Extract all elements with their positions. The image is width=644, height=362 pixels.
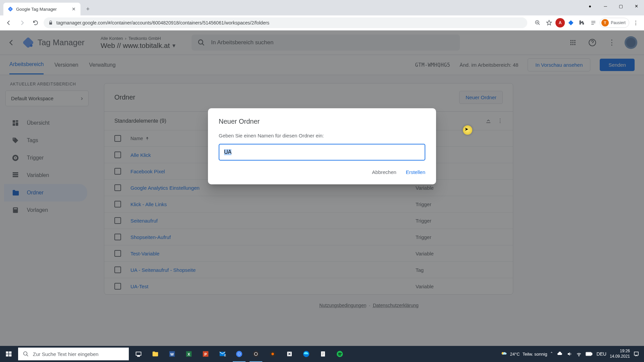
folder-name-input[interactable] — [219, 144, 425, 161]
explorer-icon[interactable] — [147, 346, 164, 362]
mail-icon[interactable]: 21 — [214, 346, 231, 362]
svg-text:W: W — [170, 352, 174, 356]
svg-point-48 — [253, 351, 259, 357]
start-button[interactable] — [0, 346, 17, 362]
create-button[interactable]: Erstellen — [406, 169, 425, 175]
svg-rect-61 — [634, 352, 638, 355]
extension-tag-icon[interactable] — [566, 18, 576, 27]
svg-text:21: 21 — [224, 354, 226, 357]
spotify-icon[interactable] — [331, 346, 348, 362]
task-view-icon[interactable] — [130, 346, 147, 362]
address-bar: tagmanager.google.com/#/container/accoun… — [0, 15, 644, 31]
svg-rect-31 — [9, 352, 12, 354]
network-icon[interactable] — [576, 351, 582, 357]
notifications-icon[interactable] — [633, 351, 639, 357]
browser-tab-strip: Google Tag Manager ✕ + ● ─ ▢ ✕ — [0, 0, 644, 15]
svg-point-34 — [23, 352, 27, 355]
extension-abp-icon[interactable]: A — [555, 18, 565, 27]
svg-rect-32 — [6, 354, 9, 357]
back-button[interactable] — [3, 17, 14, 28]
powerpoint-icon[interactable]: P — [197, 346, 214, 362]
svg-rect-59 — [592, 353, 592, 355]
profile-avatar-icon: T — [601, 19, 609, 26]
close-tab-icon[interactable]: ✕ — [71, 6, 76, 12]
extensions-icon[interactable] — [577, 18, 587, 28]
close-window-button[interactable]: ✕ — [629, 0, 644, 12]
bookmark-icon[interactable] — [544, 18, 554, 28]
app-icon-2[interactable] — [281, 346, 298, 362]
cursor-icon: ➤ — [465, 126, 469, 132]
clock[interactable]: 19:26 14.09.2021 — [610, 349, 630, 359]
forward-button[interactable] — [17, 17, 28, 28]
svg-text:P: P — [204, 352, 207, 356]
volume-icon[interactable] — [567, 351, 572, 357]
profile-chip[interactable]: T Pausiert — [600, 18, 629, 28]
chrome-menu-icon[interactable]: ⋮ — [631, 18, 641, 28]
app-icon-1[interactable] — [264, 346, 281, 362]
svg-rect-35 — [136, 352, 141, 355]
zoom-icon[interactable] — [533, 18, 543, 28]
url-text: tagmanager.google.com/#/container/accoun… — [56, 20, 269, 25]
svg-point-57 — [579, 356, 579, 356]
minimize-button[interactable]: ─ — [598, 0, 613, 12]
word-icon[interactable]: W — [164, 346, 180, 362]
chrome-icon[interactable] — [231, 346, 248, 362]
reading-list-icon[interactable] — [588, 18, 598, 28]
svg-point-51 — [271, 353, 274, 355]
new-folder-dialog: Neuer Ordner Geben Sie einen Namen für d… — [208, 108, 436, 184]
search-icon — [23, 351, 29, 357]
lock-icon — [48, 20, 53, 25]
svg-point-47 — [238, 353, 240, 355]
excel-icon[interactable]: X — [180, 346, 197, 362]
onedrive-icon[interactable] — [557, 351, 563, 357]
tray-expand-icon[interactable]: ˄ — [550, 351, 553, 357]
taskbar-search[interactable]: Zur Suche Text hier eingeben — [18, 348, 129, 360]
weather-widget[interactable]: 24°C Teilw. sonnig — [500, 350, 547, 358]
cancel-button[interactable]: Abbrechen — [372, 169, 396, 175]
obs-icon[interactable] — [248, 346, 264, 362]
svg-rect-30 — [6, 352, 9, 354]
windows-taskbar: Zur Suche Text hier eingeben W X P 21 24… — [0, 346, 644, 362]
svg-rect-33 — [9, 354, 12, 357]
dialog-title: Neuer Ordner — [219, 118, 425, 125]
url-input[interactable]: tagmanager.google.com/#/container/accoun… — [44, 17, 527, 28]
account-dot-icon[interactable]: ● — [582, 0, 598, 12]
profile-status: Pausiert — [611, 20, 626, 25]
svg-rect-60 — [587, 353, 591, 355]
svg-text:X: X — [187, 352, 190, 356]
edge-icon[interactable] — [298, 346, 315, 362]
language-indicator[interactable]: DEU — [596, 351, 606, 357]
cursor-highlight: ➤ — [463, 125, 472, 135]
modal-scrim[interactable] — [0, 31, 644, 346]
gtm-favicon-icon — [7, 6, 13, 12]
notepad-icon[interactable] — [315, 346, 331, 362]
maximize-button[interactable]: ▢ — [613, 0, 629, 12]
new-tab-button[interactable]: + — [83, 4, 93, 14]
dialog-prompt: Geben Sie einen Namen für diesen Ordner … — [219, 133, 425, 138]
svg-rect-36 — [138, 356, 140, 357]
tab-title: Google Tag Manager — [16, 7, 57, 12]
battery-icon[interactable] — [586, 352, 592, 356]
weather-icon — [500, 350, 507, 358]
browser-tab[interactable]: Google Tag Manager ✕ — [3, 3, 80, 15]
reload-button[interactable] — [30, 17, 41, 28]
